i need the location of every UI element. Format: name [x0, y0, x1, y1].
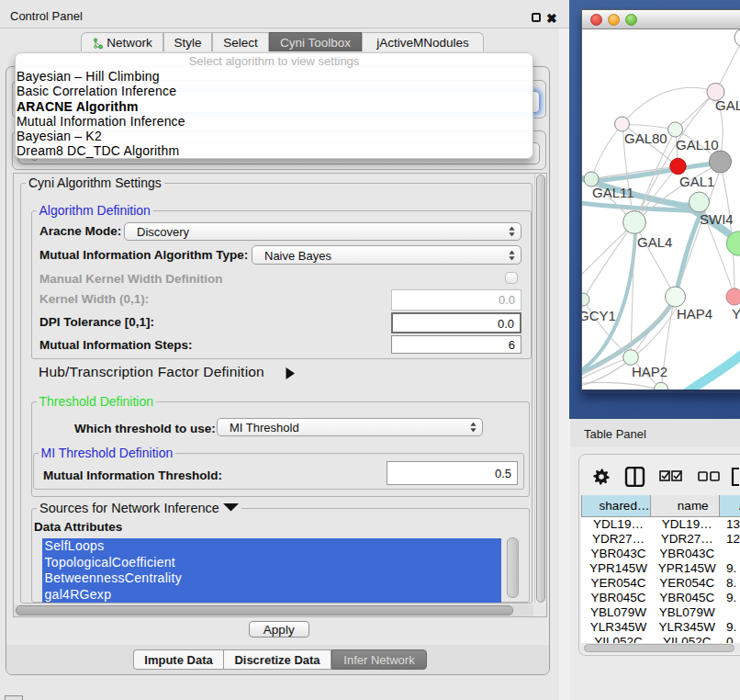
svg-text:GAL80: GAL80	[624, 130, 667, 146]
svg-text:GCY1: GCY1	[582, 308, 616, 323]
svg-text:YJ: YJ	[732, 306, 740, 322]
svg-text:HAP4: HAP4	[677, 306, 712, 322]
svg-text:GAL7: GAL7	[715, 97, 740, 113]
svg-text:SWI4: SWI4	[700, 211, 734, 227]
svg-text:GAL11: GAL11	[592, 185, 634, 200]
svg-text:HAP2: HAP2	[632, 364, 667, 379]
svg-text:GAL4: GAL4	[637, 234, 672, 250]
svg-text:GAL10: GAL10	[676, 137, 719, 152]
svg-text:GAL1: GAL1	[679, 174, 714, 189]
